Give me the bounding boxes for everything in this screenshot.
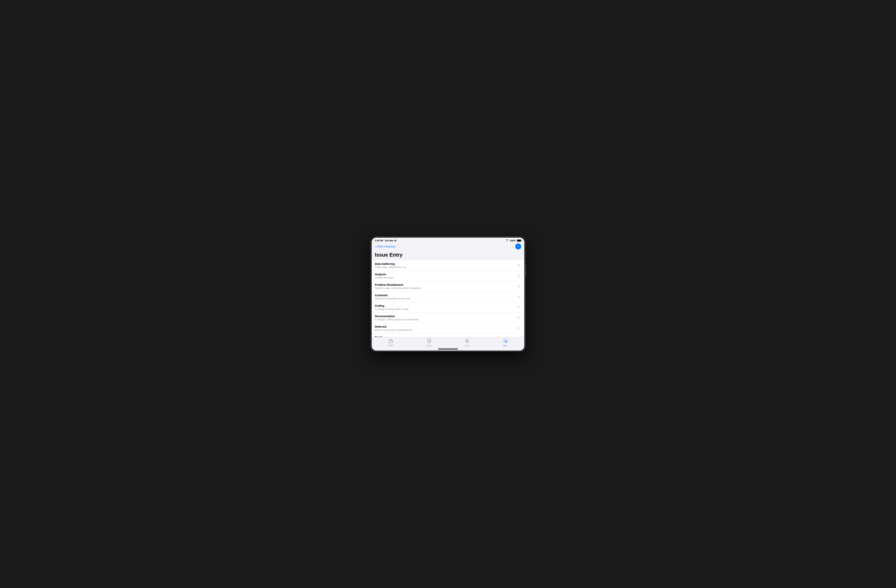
- list-item-content: Problem Restatement Specify a new, corre…: [375, 283, 517, 290]
- battery-icon: [517, 239, 521, 242]
- nav-bar: ‹ Other Features +: [372, 243, 524, 251]
- svg-point-3: [518, 276, 518, 277]
- status-right: 100%: [506, 239, 521, 242]
- home-indicator: [438, 349, 458, 349]
- svg-point-1: [518, 266, 518, 266]
- lock-icon: [517, 327, 520, 330]
- list-item-title: Coding: [375, 304, 517, 307]
- tab-projects-label: Projects: [387, 345, 394, 346]
- lock-icon: [517, 274, 520, 278]
- list-item[interactable]: Deferred Work on the issue is being defe…: [372, 323, 524, 334]
- list-item-title: Comment: [375, 294, 517, 297]
- issues-icon: [465, 339, 469, 344]
- list-item[interactable]: Problem Restatement Specify a new, corre…: [372, 281, 524, 292]
- list-item-content: Analysis Analyze the issue: [375, 273, 517, 279]
- svg-point-33: [506, 342, 507, 342]
- tab-issues-label: Issues: [465, 345, 469, 346]
- list-item[interactable]: Documentation A change is being made to …: [372, 313, 524, 323]
- svg-point-25: [466, 340, 468, 342]
- list-item-right: ›: [517, 306, 521, 309]
- list-item[interactable]: Data Gathering Collect data, attachments…: [372, 260, 524, 271]
- list-item-content: Comment General commentary on the issue: [375, 294, 517, 300]
- list-item[interactable]: Comment General commentary on the issue …: [372, 292, 524, 302]
- back-chevron-icon: ‹: [375, 245, 376, 248]
- tab-more[interactable]: More: [486, 339, 524, 346]
- chevron-right-icon: ›: [520, 264, 521, 267]
- list-item-title: Deferred: [375, 325, 517, 328]
- journal-icon: [427, 339, 431, 344]
- lock-icon: [517, 295, 520, 298]
- list-item-title: Fixed: [375, 336, 517, 337]
- list-item[interactable]: Coding A change is being made to code ›: [372, 302, 524, 313]
- chevron-right-icon: ›: [520, 306, 521, 309]
- tab-projects[interactable]: Projects: [372, 339, 410, 346]
- list-item-subtitle: Analyze the issue: [375, 277, 517, 279]
- status-time: 3:36 PM Sun Mar 10: [375, 239, 396, 242]
- svg-point-11: [518, 318, 518, 318]
- battery-percent: 100%: [510, 239, 515, 242]
- list-item[interactable]: Fixed A resolution of the issue has been…: [372, 334, 524, 337]
- chevron-right-icon: ›: [520, 316, 521, 319]
- plus-icon: +: [517, 245, 520, 248]
- add-button[interactable]: +: [515, 243, 521, 249]
- page-title: Issue Entry: [375, 252, 521, 258]
- list-container[interactable]: Data Gathering Collect data, attachments…: [372, 260, 524, 337]
- tab-journal-label: Journal: [426, 345, 432, 346]
- lock-icon: [517, 264, 520, 267]
- svg-point-13: [518, 328, 518, 329]
- list-item[interactable]: Analysis Analyze the issue ›: [372, 271, 524, 281]
- svg-point-7: [518, 297, 518, 297]
- list-item-subtitle: Specify a new, corrected problem stateme…: [375, 287, 517, 290]
- tab-issues[interactable]: Issues: [448, 339, 486, 346]
- list-item-content: Deferred Work on the issue is being defe…: [375, 325, 517, 331]
- page-title-area: Issue Entry: [372, 251, 524, 260]
- wifi-icon: [506, 239, 509, 242]
- chevron-right-icon: ›: [520, 274, 521, 277]
- back-label: Other Features: [376, 245, 395, 248]
- list-item-title: Problem Restatement: [375, 283, 517, 286]
- screen: 3:36 PM Sun Mar 10 ··· 100%: [372, 238, 524, 351]
- list-item-title: Analysis: [375, 273, 517, 276]
- more-icon: [503, 339, 508, 344]
- list-item-subtitle: General commentary on the issue: [375, 297, 517, 300]
- list-item-title: Documentation: [375, 315, 517, 318]
- list-item-right: ›: [517, 264, 521, 267]
- svg-rect-18: [389, 340, 393, 343]
- chevron-right-icon: ›: [520, 327, 521, 330]
- lock-icon: [517, 285, 520, 288]
- back-button[interactable]: ‹ Other Features: [375, 245, 395, 248]
- list-item-subtitle: Work on the issue is being deferred: [375, 329, 517, 331]
- tab-more-label: More: [503, 345, 507, 346]
- list-item-right: ›: [517, 285, 521, 288]
- status-bar: 3:36 PM Sun Mar 10 ··· 100%: [372, 238, 524, 243]
- list-item-title: Data Gathering: [375, 262, 517, 266]
- status-dots: ···: [450, 239, 453, 242]
- projects-icon: [389, 339, 393, 344]
- device-frame: 3:36 PM Sun Mar 10 ··· 100%: [371, 237, 525, 351]
- list-section: Data Gathering Collect data, attachments…: [372, 260, 524, 337]
- list-item-content: Data Gathering Collect data, attachments…: [375, 262, 517, 269]
- svg-point-9: [518, 307, 518, 308]
- svg-point-5: [518, 286, 518, 287]
- list-item-subtitle: Collect data, attachments, etc.: [375, 266, 517, 269]
- tab-journal[interactable]: Journal: [410, 339, 448, 346]
- list-item-right: ›: [517, 316, 521, 319]
- list-item-right: ›: [517, 327, 521, 330]
- list-item-right: ›: [517, 274, 521, 278]
- chevron-right-icon: ›: [520, 285, 521, 288]
- list-item-right: ›: [517, 295, 521, 298]
- chevron-right-icon: ›: [520, 295, 521, 298]
- lock-icon: [517, 306, 520, 309]
- list-item-content: Fixed A resolution of the issue has been…: [375, 336, 517, 337]
- list-item-content: Coding A change is being made to code: [375, 304, 517, 310]
- list-item-subtitle: A change is being made to documentation: [375, 318, 517, 321]
- list-item-subtitle: A change is being made to code: [375, 308, 517, 310]
- lock-icon: [517, 316, 520, 319]
- list-item-content: Documentation A change is being made to …: [375, 315, 517, 321]
